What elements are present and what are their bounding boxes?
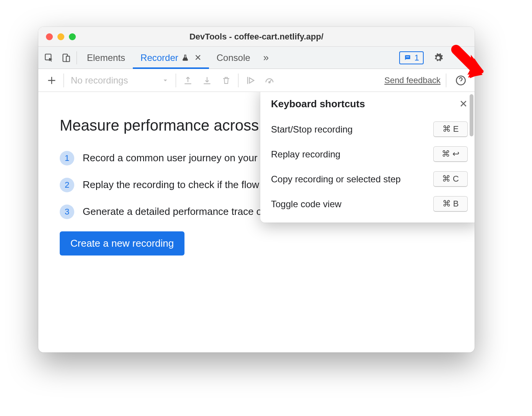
- separator: [77, 51, 77, 64]
- more-tabs-icon[interactable]: »: [263, 52, 269, 64]
- separator: [64, 74, 64, 87]
- close-window-button[interactable]: [46, 33, 53, 40]
- send-feedback-link[interactable]: Send feedback: [384, 75, 441, 85]
- traffic-lights: [46, 33, 76, 40]
- shortcut-row: Toggle code view ⌘ B: [271, 196, 468, 212]
- issues-badge[interactable]: 1: [399, 51, 424, 64]
- titlebar: DevTools - coffee-cart.netlify.app/: [38, 27, 475, 47]
- step-number: 3: [60, 205, 74, 219]
- separator: [446, 74, 446, 87]
- shortcuts-popover: Keyboard shortcuts ✕ Start/Stop recordin…: [260, 92, 475, 223]
- shortcut-keys: ⌘ ↩: [433, 146, 468, 162]
- annotation-arrow-icon: [451, 44, 485, 79]
- shortcut-keys: ⌘ B: [433, 196, 468, 212]
- performance-button[interactable]: [260, 71, 279, 90]
- tab-label: Recorder: [140, 52, 178, 63]
- device-toolbar-icon[interactable]: [57, 49, 74, 66]
- minimize-window-button[interactable]: [57, 33, 64, 40]
- recordings-dropdown[interactable]: No recordings: [66, 75, 173, 86]
- devtools-window: DevTools - coffee-cart.netlify.app/ Elem…: [38, 27, 475, 352]
- svg-point-4: [269, 81, 270, 83]
- window-title: DevTools - coffee-cart.netlify.app/: [38, 32, 475, 42]
- tab-console[interactable]: Console: [209, 47, 258, 69]
- delete-button[interactable]: [217, 71, 236, 90]
- create-recording-button[interactable]: Create a new recording: [60, 231, 184, 255]
- export-button[interactable]: [178, 71, 197, 90]
- dropdown-placeholder: No recordings: [71, 75, 128, 86]
- devtools-tabbar: Elements Recorder ✕ Console » 1 ⋮: [38, 47, 475, 69]
- shortcut-keys: ⌘ E: [433, 121, 468, 137]
- separator: [176, 74, 176, 87]
- shortcut-label: Copy recording or selected step: [271, 174, 401, 185]
- svg-rect-3: [406, 56, 409, 57]
- step-number: 2: [60, 178, 74, 192]
- tab-elements[interactable]: Elements: [79, 47, 133, 69]
- recorder-landing: Measure performance across an entire use…: [38, 92, 475, 352]
- shortcut-label: Start/Stop recording: [271, 124, 352, 135]
- close-popover-icon[interactable]: ✕: [459, 98, 468, 110]
- close-tab-icon[interactable]: ✕: [194, 53, 201, 63]
- import-button[interactable]: [197, 71, 217, 90]
- step-number: 1: [60, 151, 74, 165]
- message-icon: [404, 54, 411, 62]
- tab-label: Elements: [87, 52, 125, 63]
- add-recording-button[interactable]: [42, 71, 61, 90]
- svg-rect-2: [66, 56, 70, 61]
- shortcut-label: Replay recording: [271, 149, 340, 160]
- replay-button[interactable]: [241, 71, 260, 90]
- inspect-element-icon[interactable]: [41, 49, 57, 66]
- chevron-down-icon: [162, 77, 169, 84]
- settings-gear-icon[interactable]: [430, 49, 447, 66]
- shortcut-label: Toggle code view: [271, 199, 341, 210]
- popover-title: Keyboard shortcuts: [271, 98, 365, 110]
- scrollbar-thumb[interactable]: [470, 94, 473, 136]
- svg-marker-7: [455, 49, 484, 75]
- shortcut-keys: ⌘ C: [433, 171, 468, 187]
- shortcut-row: Start/Stop recording ⌘ E: [271, 121, 468, 137]
- maximize-window-button[interactable]: [69, 33, 76, 40]
- recorder-toolbar: No recordings Send feedback: [38, 69, 475, 92]
- shortcut-row: Copy recording or selected step ⌘ C: [271, 171, 468, 187]
- experiment-flask-icon: [181, 54, 189, 62]
- tab-label: Console: [217, 52, 250, 63]
- tab-recorder[interactable]: Recorder ✕: [133, 47, 209, 69]
- separator: [238, 74, 238, 87]
- issues-count: 1: [415, 53, 419, 63]
- shortcut-row: Replay recording ⌘ ↩: [271, 146, 468, 162]
